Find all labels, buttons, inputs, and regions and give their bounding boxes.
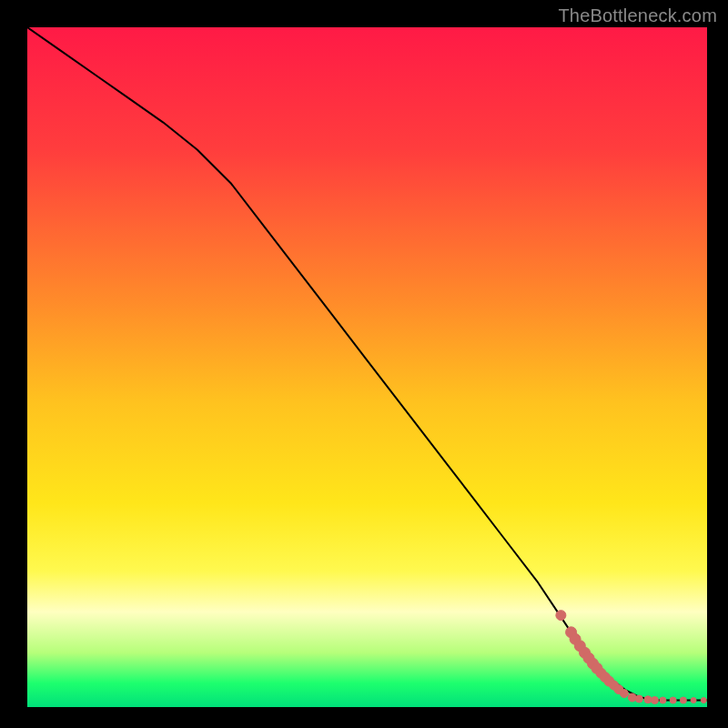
watermark-text: TheBottleneck.com [558, 5, 717, 26]
plot-area [27, 27, 707, 707]
gradient-background [27, 27, 707, 707]
data-point [556, 611, 566, 621]
data-point [651, 697, 658, 704]
data-point [620, 690, 628, 698]
data-point [644, 696, 652, 703]
data-point [628, 693, 636, 702]
data-point [680, 697, 686, 703]
chart-svg [27, 27, 707, 707]
data-point [691, 698, 696, 703]
data-point [701, 698, 706, 703]
data-point [635, 695, 642, 703]
data-point [670, 697, 676, 703]
chart-stage: TheBottleneck.com [0, 0, 728, 728]
data-point [660, 697, 666, 703]
